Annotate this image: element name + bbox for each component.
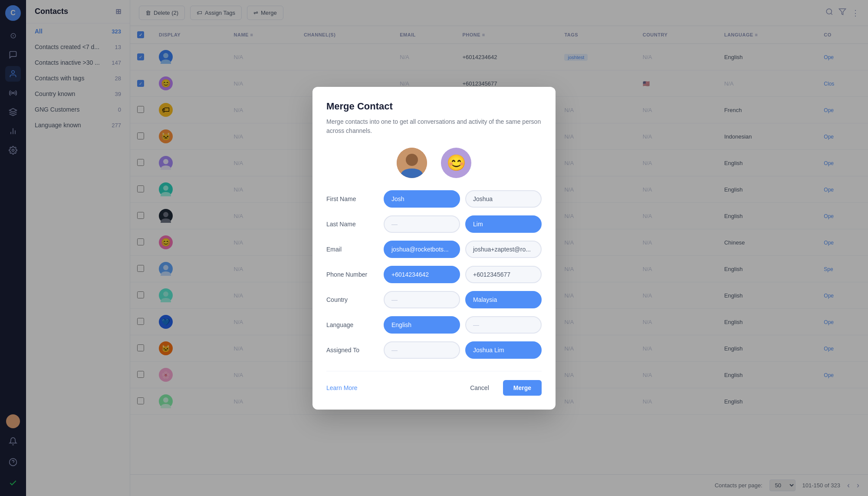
- contact1-avatar: [397, 148, 427, 178]
- merge-option-2[interactable]: Joshua: [465, 190, 542, 208]
- merge-field-label: Phone Number: [326, 271, 378, 278]
- merge-field-first-name: First Name Josh Joshua: [326, 190, 542, 208]
- svg-point-42: [406, 154, 418, 166]
- modal-actions: Cancel Merge: [461, 380, 542, 396]
- merge-contact-modal: Merge Contact Merge contacts into one to…: [312, 87, 556, 410]
- merge-field-last-name: Last Name — Lim: [326, 215, 542, 233]
- merge-field-label: Email: [326, 246, 378, 253]
- merge-field-language: Language English —: [326, 316, 542, 334]
- merge-confirm-button[interactable]: Merge: [503, 380, 542, 396]
- merge-field-label: Country: [326, 296, 378, 303]
- merge-option-2[interactable]: Lim: [465, 215, 542, 233]
- app-container: C ⊙: [0, 0, 868, 496]
- modal-footer: Learn More Cancel Merge: [326, 371, 542, 396]
- merge-option-2[interactable]: joshua+zaptest@ro...: [465, 241, 542, 258]
- contact-avatars: 😊: [326, 148, 542, 178]
- merge-option-1[interactable]: +6014234642: [384, 266, 460, 283]
- modal-description: Merge contacts into one to get all conve…: [326, 117, 542, 136]
- merge-option-1[interactable]: —: [384, 341, 460, 359]
- merge-field-phone-number: Phone Number +6014234642 +6012345677: [326, 266, 542, 283]
- merge-option-2[interactable]: +6012345677: [465, 266, 542, 283]
- merge-option-1[interactable]: —: [384, 215, 460, 233]
- merge-field-assigned-to: Assigned To — Joshua Lim: [326, 341, 542, 359]
- merge-field-country: Country — Malaysia: [326, 291, 542, 308]
- merge-field-label: First Name: [326, 195, 378, 202]
- contact2-avatar: 😊: [441, 148, 471, 178]
- merge-option-2[interactable]: —: [465, 316, 542, 334]
- merge-field-label: Last Name: [326, 221, 378, 228]
- modal-title: Merge Contact: [326, 101, 542, 112]
- merge-option-1[interactable]: joshua@rocketbots...: [384, 241, 460, 258]
- merge-field-label: Language: [326, 321, 378, 328]
- merge-option-2[interactable]: Joshua Lim: [465, 341, 542, 359]
- modal-overlay: Merge Contact Merge contacts into one to…: [0, 0, 868, 496]
- merge-field-label: Assigned To: [326, 347, 378, 354]
- merge-option-1[interactable]: English: [384, 316, 460, 334]
- learn-more-link[interactable]: Learn More: [326, 384, 358, 391]
- merge-option-1[interactable]: —: [384, 291, 460, 308]
- merge-option-1[interactable]: Josh: [384, 190, 460, 208]
- merge-option-2[interactable]: Malaysia: [465, 291, 542, 308]
- merge-fields: First Name Josh Joshua Last Name — Lim E…: [326, 190, 542, 359]
- cancel-button[interactable]: Cancel: [461, 380, 498, 396]
- merge-field-email: Email joshua@rocketbots... joshua+zaptes…: [326, 241, 542, 258]
